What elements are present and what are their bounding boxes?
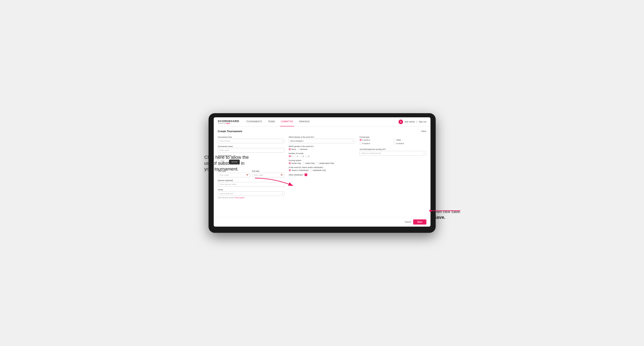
gender-label: Which gender is the event for? (289, 145, 355, 148)
teams-field: Is this event for Teams and/or Individua… (289, 167, 355, 171)
scoring-radio-group: Stroke Play Match Play Medal Match Play (289, 162, 355, 164)
page-header: Create Tournament ‹ Back (218, 130, 426, 133)
scoring-api-label: Use third-party live scoring API? (360, 148, 426, 150)
tournament-host-field: Tournament Host Search team ▾ (218, 136, 284, 143)
allow-subs-label: Allow substitutes? (289, 174, 304, 176)
division-label: Which division is the event for? (289, 136, 355, 138)
rounds-1[interactable]: 1 (289, 155, 292, 157)
gender-womens-radio[interactable] (297, 148, 300, 150)
end-date-label: End date (252, 170, 284, 172)
teams-label: Is this event for Teams and/or Individua… (289, 167, 355, 169)
scoring-api-field: Use third-party live scoring API? Select… (360, 148, 426, 156)
logo: SCOREBOARD Powered by clippd (218, 120, 239, 124)
scoring-api-select[interactable]: Select a scoring service ▾ (360, 151, 426, 156)
teams-teams[interactable]: Teams (+Individuals) (289, 169, 309, 171)
avatar: B (398, 120, 403, 124)
start-date-input[interactable]: Pick a date 📅 (218, 173, 250, 177)
gender-womens[interactable]: Womens (297, 148, 308, 150)
annotation-left: Click here to allow the use of substitut… (204, 155, 252, 172)
allow-substitutes-field: Allow substitutes? ✓ (289, 173, 355, 176)
arrow-right (430, 208, 462, 214)
nav-item-rankings[interactable]: RANKINGS (298, 117, 310, 126)
division-select[interactable]: NCAA Division I ▾ (289, 139, 355, 143)
logo-powered: Powered by clippd (218, 123, 239, 124)
cancel-button[interactable]: Cancel (405, 221, 411, 223)
allow-subs-checkbox[interactable]: ✓ (304, 173, 307, 176)
back-link[interactable]: ‹ Back (420, 130, 426, 132)
nav-user-label: blair admin (405, 121, 415, 123)
tournament-name-label: Tournament name (218, 145, 284, 148)
rounds-4[interactable]: 4 (306, 155, 309, 157)
format-type-label: Format type (360, 136, 426, 138)
rounds-field: Number of rounds 1 2 (289, 152, 355, 157)
venue-email-support-link[interactable]: email support (235, 197, 245, 198)
form-col-2: Which division is the event for? NCAA Di… (289, 136, 355, 198)
division-field: Which division is the event for? NCAA Di… (289, 136, 355, 143)
nav-item-committee[interactable]: COMMITTEE (280, 117, 294, 126)
rounds-radio-group: 1 2 3 (289, 155, 355, 157)
nav-right: B blair admin | Sign out (398, 120, 426, 124)
logo-scoreboard: SCOREBOARD (218, 120, 239, 123)
nav-item-tournaments[interactable]: TOURNAMENTS (245, 117, 263, 126)
venue-label: Venue (218, 189, 284, 191)
save-button[interactable]: Save (413, 219, 426, 224)
rounds-label: Number of rounds (289, 152, 355, 155)
sign-out-link[interactable]: Sign out (419, 121, 426, 123)
form-col-3: Format type 5 count 4 Other (360, 136, 426, 198)
gender-radio-group: Mens Womens (289, 148, 355, 150)
tournament-host-input[interactable]: Search team ▾ (218, 139, 284, 143)
scoring-match-play[interactable]: Match Play (303, 162, 315, 164)
rounds-3[interactable]: 3 (300, 155, 304, 157)
tournament-name-input[interactable] (218, 148, 284, 153)
navbar: SCOREBOARD Powered by clippd TOURNAMENTS… (214, 117, 430, 126)
tablet-device: SCOREBOARD Powered by clippd TOURNAMENTS… (208, 113, 436, 233)
format-6count5[interactable]: 6 count 5 (394, 142, 426, 145)
venue-help: Can't find your venue? email support (218, 197, 284, 198)
arrow-left (253, 176, 294, 188)
teams-individuals[interactable]: Individuals Only (310, 169, 326, 171)
scoring-field: Scoring system Stroke Play Match Play (289, 159, 355, 164)
tournament-host-label: Tournament Host (218, 136, 284, 138)
nav-items: TOURNAMENTS TEAMS COMMITTEE RANKINGS (245, 117, 398, 126)
format-options: 5 count 4 Other 6 count 4 (360, 139, 426, 145)
page-title: Create Tournament (218, 130, 242, 133)
gender-mens-radio[interactable] (289, 148, 291, 150)
venue-input[interactable]: Search golf club ▾ (218, 191, 284, 196)
rounds-2[interactable]: 2 (294, 155, 298, 157)
teams-radio-group: Teams (+Individuals) Individuals Only (289, 169, 355, 171)
venue-field: Venue Search golf club ▾ Can't find your… (218, 189, 284, 198)
gender-mens[interactable]: Mens (289, 148, 296, 150)
format-5count4[interactable]: 5 count 4 (360, 139, 392, 141)
scoring-label: Scoring system (289, 159, 355, 162)
scoring-stroke-play[interactable]: Stroke Play (289, 162, 301, 164)
scoring-medal-match-play[interactable]: Medal Match Play (316, 162, 334, 164)
format-other[interactable]: Other (394, 139, 426, 141)
footer-bar: Cancel Save (214, 217, 430, 227)
gender-field: Which gender is the event for? Mens Wome… (289, 145, 355, 150)
tournament-name-field: Tournament name (218, 145, 284, 153)
format-6count4[interactable]: 6 count 4 (360, 142, 392, 145)
format-type-field: Format type 5 count 4 Other (360, 136, 426, 145)
nav-item-teams[interactable]: TEAMS (267, 117, 276, 126)
nav-pipe: | (416, 121, 417, 123)
